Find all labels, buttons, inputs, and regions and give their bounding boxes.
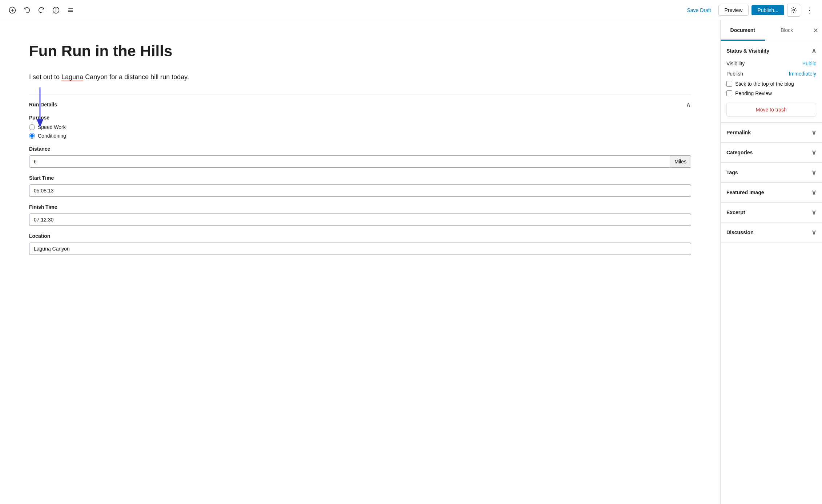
publish-row: Publish Immediately bbox=[726, 71, 816, 77]
list-view-button[interactable] bbox=[64, 4, 77, 17]
categories-title: Categories bbox=[726, 150, 753, 155]
pending-review-label: Pending Review bbox=[735, 90, 772, 96]
info-button[interactable] bbox=[49, 4, 63, 17]
radio-conditioning-input[interactable] bbox=[29, 133, 35, 139]
finish-time-input[interactable] bbox=[29, 214, 691, 226]
stick-to-top-label: Stick to the top of the blog bbox=[735, 81, 794, 87]
radio-speed-work-label: Speed Work bbox=[38, 124, 66, 130]
publish-value[interactable]: Immediately bbox=[789, 71, 816, 77]
meta-box-run-details: Run Details ∧ Purpose Speed Work Conditi… bbox=[29, 94, 691, 271]
toolbar: Save Draft Preview Publish... ⋮ bbox=[0, 0, 822, 20]
add-block-button[interactable] bbox=[6, 4, 19, 17]
tab-block[interactable]: Block bbox=[765, 20, 809, 41]
distance-field: Distance Miles bbox=[29, 146, 691, 168]
purpose-field: Purpose Speed Work Conditioning bbox=[29, 115, 691, 139]
toolbar-right: Save Draft Preview Publish... ⋮ bbox=[682, 4, 816, 17]
svg-point-9 bbox=[793, 9, 795, 11]
discussion-title: Discussion bbox=[726, 229, 754, 235]
radio-speed-work-input[interactable] bbox=[29, 124, 35, 130]
tags-title: Tags bbox=[726, 170, 738, 175]
section-tags: Tags ∨ bbox=[721, 163, 822, 183]
main-layout: Fun Run in the Hills I set out to Laguna… bbox=[0, 20, 822, 504]
featured-image-title: Featured Image bbox=[726, 190, 764, 195]
permalink-chevron: ∨ bbox=[811, 129, 816, 137]
excerpt-title: Excerpt bbox=[726, 210, 745, 215]
post-title[interactable]: Fun Run in the Hills bbox=[29, 42, 691, 60]
location-field: Location bbox=[29, 233, 691, 255]
permalink-title: Permalink bbox=[726, 130, 751, 135]
status-visibility-chevron: ∧ bbox=[811, 47, 816, 55]
categories-chevron: ∨ bbox=[811, 149, 816, 157]
permalink-header[interactable]: Permalink ∨ bbox=[721, 123, 822, 142]
meta-box-header[interactable]: Run Details ∧ bbox=[29, 94, 691, 115]
discussion-header[interactable]: Discussion ∨ bbox=[721, 223, 822, 242]
meta-box-title: Run Details bbox=[29, 102, 57, 107]
section-permalink: Permalink ∨ bbox=[721, 123, 822, 143]
distance-input-wrapper: Miles bbox=[29, 155, 691, 168]
settings-button[interactable] bbox=[787, 4, 800, 17]
publish-label: Publish bbox=[726, 71, 743, 77]
meta-box-toggle[interactable]: ∧ bbox=[686, 100, 691, 109]
start-time-label: Start Time bbox=[29, 175, 691, 181]
visibility-row: Visibility Public bbox=[726, 61, 816, 66]
save-draft-button[interactable]: Save Draft bbox=[682, 5, 715, 15]
sidebar-tabs: Document Block ✕ bbox=[721, 20, 822, 41]
preview-button[interactable]: Preview bbox=[718, 5, 749, 16]
pending-review-row: Pending Review bbox=[726, 90, 816, 96]
move-to-trash-button[interactable]: Move to trash bbox=[726, 103, 816, 117]
purpose-radio-group: Speed Work Conditioning bbox=[29, 124, 691, 139]
section-discussion: Discussion ∨ bbox=[721, 223, 822, 243]
radio-conditioning-label: Conditioning bbox=[38, 133, 66, 139]
stick-to-top-row: Stick to the top of the blog bbox=[726, 81, 816, 87]
start-time-field: Start Time bbox=[29, 175, 691, 197]
section-featured-image: Featured Image ∨ bbox=[721, 183, 822, 203]
meta-box-content: Purpose Speed Work Conditioning bbox=[29, 115, 691, 271]
section-categories: Categories ∨ bbox=[721, 143, 822, 163]
visibility-label: Visibility bbox=[726, 61, 745, 66]
location-label: Location bbox=[29, 233, 691, 239]
distance-label: Distance bbox=[29, 146, 691, 152]
categories-header[interactable]: Categories ∨ bbox=[721, 143, 822, 162]
radio-speed-work[interactable]: Speed Work bbox=[29, 124, 691, 130]
post-content[interactable]: I set out to Laguna Canyon for a distanc… bbox=[29, 72, 691, 82]
close-sidebar-button[interactable]: ✕ bbox=[809, 20, 822, 41]
tags-header[interactable]: Tags ∨ bbox=[721, 163, 822, 182]
undo-button[interactable] bbox=[20, 4, 33, 17]
status-visibility-title: Status & Visibility bbox=[726, 48, 769, 54]
location-input[interactable] bbox=[29, 243, 691, 255]
editor-area[interactable]: Fun Run in the Hills I set out to Laguna… bbox=[0, 20, 720, 504]
excerpt-chevron: ∨ bbox=[811, 208, 816, 216]
featured-image-chevron: ∨ bbox=[811, 188, 816, 196]
distance-input[interactable] bbox=[29, 156, 670, 167]
status-visibility-content: Visibility Public Publish Immediately St… bbox=[721, 61, 822, 122]
excerpt-header[interactable]: Excerpt ∨ bbox=[721, 203, 822, 222]
tags-chevron: ∨ bbox=[811, 168, 816, 176]
toolbar-left bbox=[6, 4, 682, 17]
finish-time-label: Finish Time bbox=[29, 204, 691, 210]
laguna-link[interactable]: Laguna bbox=[61, 73, 83, 81]
pending-review-checkbox[interactable] bbox=[726, 90, 732, 96]
start-time-input[interactable] bbox=[29, 184, 691, 197]
distance-suffix: Miles bbox=[670, 156, 691, 167]
section-excerpt: Excerpt ∨ bbox=[721, 203, 822, 223]
publish-button[interactable]: Publish... bbox=[752, 5, 784, 15]
section-status-visibility: Status & Visibility ∧ Visibility Public … bbox=[721, 41, 822, 123]
svg-point-5 bbox=[56, 8, 56, 9]
status-visibility-header[interactable]: Status & Visibility ∧ bbox=[721, 41, 822, 61]
featured-image-header[interactable]: Featured Image ∨ bbox=[721, 183, 822, 202]
redo-button[interactable] bbox=[35, 4, 48, 17]
finish-time-field: Finish Time bbox=[29, 204, 691, 226]
discussion-chevron: ∨ bbox=[811, 228, 816, 236]
visibility-value[interactable]: Public bbox=[802, 61, 816, 66]
stick-to-top-checkbox[interactable] bbox=[726, 81, 732, 87]
right-sidebar: Document Block ✕ Status & Visibility ∧ V… bbox=[720, 20, 822, 504]
tab-document[interactable]: Document bbox=[721, 20, 765, 41]
purpose-label: Purpose bbox=[29, 115, 691, 121]
more-options-button[interactable]: ⋮ bbox=[803, 4, 816, 17]
radio-conditioning[interactable]: Conditioning bbox=[29, 133, 691, 139]
